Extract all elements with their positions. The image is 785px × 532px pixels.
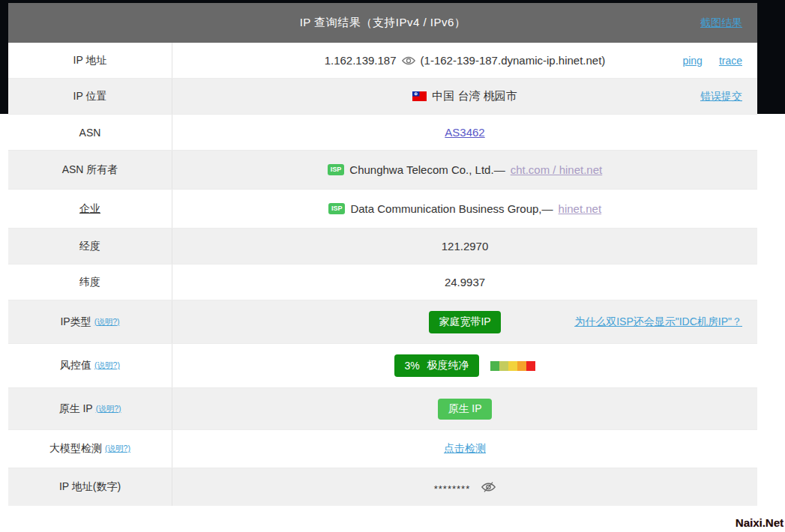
row-latitude: 纬度 24.9937 — [8, 265, 757, 300]
asn-link[interactable]: AS3462 — [445, 126, 484, 139]
row-asn: ASN AS3462 — [8, 115, 757, 151]
taiwan-flag-icon — [412, 91, 427, 101]
company-label: 企业 — [79, 202, 100, 216]
company-text: Data Communication Business Group,— — [350, 202, 553, 215]
ip-type-help-link[interactable]: (说明?) — [94, 317, 120, 327]
card-header: IP 查询结果（支持IPv4 / IPv6） 截图结果 — [8, 3, 757, 43]
isp-badge: ISP — [328, 203, 346, 214]
ip-address-value: 1.162.139.187 — [325, 54, 397, 67]
native-ip-label: 原生 IP — [59, 402, 93, 416]
asn-owner-text: Chunghwa Telecom Co., Ltd.— — [349, 163, 505, 176]
ip-action-links: ping trace — [682, 55, 742, 67]
row-label: 经度 — [8, 229, 172, 264]
row-label: 原生 IP (说明?) — [8, 388, 172, 429]
row-value-cell: AS3462 — [172, 115, 757, 150]
row-value-cell: 1.162.139.187 (1-162-139-187.dynamic-ip.… — [172, 43, 757, 78]
row-risk-value: 风控值 (说明?) 3% 极度纯净 — [8, 344, 757, 388]
eye-off-icon[interactable] — [481, 481, 496, 493]
row-label: IP 地址(数字) — [8, 468, 172, 506]
row-label: 纬度 — [8, 265, 172, 300]
row-value-cell: 3% 极度纯净 — [172, 344, 757, 387]
asn-owner-domain-link[interactable]: cht.com / hinet.net — [511, 163, 603, 176]
ip-location-value: 中国 台湾 桃园市 — [432, 89, 517, 103]
row-value-cell: 原生 IP — [172, 388, 757, 429]
company-domain-link[interactable]: hinet.net — [559, 202, 602, 215]
error-report-link[interactable]: 错误提交 — [700, 90, 742, 103]
row-ip-type: IP类型 (说明?) 家庭宽带IP 为什么双ISP还会显示"IDC机房IP"？ — [8, 300, 757, 344]
eye-icon[interactable] — [402, 55, 415, 66]
row-native-ip: 原生 IP (说明?) 原生 IP — [8, 388, 757, 430]
native-ip-help-link[interactable]: (说明?) — [96, 404, 121, 414]
longitude-value: 121.2970 — [442, 240, 489, 253]
latitude-value: 24.9937 — [445, 276, 485, 288]
llm-check-help-link[interactable]: (说明?) — [105, 444, 130, 454]
isp-badge: ISP — [328, 164, 345, 175]
row-label: ASN — [8, 115, 172, 150]
risk-help-link[interactable]: (说明?) — [94, 360, 120, 371]
row-value-cell: ******** — [172, 468, 757, 506]
row-label: IP 地址 — [8, 43, 172, 78]
risk-level-bar — [490, 361, 535, 371]
row-value-cell: 中国 台湾 桃园市 错误提交 — [172, 79, 757, 114]
row-longitude: 经度 121.2970 — [8, 229, 757, 265]
ip-type-label: IP类型 — [60, 315, 91, 329]
naixi-watermark: Naixi.Net — [736, 516, 784, 529]
risk-label: 风控值 — [60, 359, 91, 372]
row-value-cell: ISP Data Communication Business Group,— … — [172, 190, 757, 228]
trace-link[interactable]: trace — [719, 55, 742, 67]
row-value-cell: 家庭宽带IP 为什么双ISP还会显示"IDC机房IP"？ — [172, 300, 757, 343]
screenshot-result-link[interactable]: 截图结果 — [700, 16, 742, 30]
click-detect-link[interactable]: 点击检测 — [444, 442, 486, 456]
row-ip-location: IP 位置 中国 台湾 桃园市 错误提交 — [8, 79, 757, 115]
row-label: 企业 — [8, 190, 172, 228]
row-value-cell: 点击检测 — [172, 430, 757, 468]
ip-number-masked-value: ******** — [434, 480, 470, 495]
row-llm-check: 大模型检测 (说明?) 点击检测 — [8, 430, 757, 468]
llm-check-label: 大模型检测 — [49, 442, 102, 456]
row-label: 大模型检测 (说明?) — [8, 430, 172, 468]
row-label: IP 位置 — [8, 79, 172, 114]
native-ip-badge: 原生 IP — [438, 399, 491, 420]
ip-type-badge: 家庭宽带IP — [429, 311, 500, 333]
risk-text: 极度纯净 — [427, 359, 469, 372]
row-value-cell: 121.2970 — [172, 229, 757, 264]
row-asn-owner: ASN 所有者 ISP Chunghwa Telecom Co., Ltd.— … — [8, 151, 757, 190]
risk-score-badge: 3% 极度纯净 — [394, 354, 478, 377]
row-ip-number: IP 地址(数字) ******** — [8, 468, 757, 506]
page-title: IP 查询结果（支持IPv4 / IPv6） — [300, 16, 466, 30]
row-company: 企业 ISP Data Communication Business Group… — [8, 190, 757, 229]
ping-link[interactable]: ping — [682, 55, 702, 67]
row-label: ASN 所有者 — [8, 151, 172, 189]
dual-isp-question-link[interactable]: 为什么双ISP还会显示"IDC机房IP"？ — [574, 315, 742, 329]
row-ip-address: IP 地址 1.162.139.187 (1-162-139-187.dynam… — [8, 43, 757, 79]
row-value-cell: 24.9937 — [172, 265, 757, 300]
row-label: IP类型 (说明?) — [8, 300, 172, 343]
risk-percent: 3% — [404, 360, 419, 372]
row-label: 风控值 (说明?) — [8, 344, 172, 387]
row-value-cell: ISP Chunghwa Telecom Co., Ltd.— cht.com … — [172, 151, 757, 189]
ip-result-card: IP 查询结果（支持IPv4 / IPv6） 截图结果 IP 地址 1.162.… — [8, 3, 757, 506]
ip-hostname: (1-162-139-187.dynamic-ip.hinet.net) — [421, 54, 606, 67]
